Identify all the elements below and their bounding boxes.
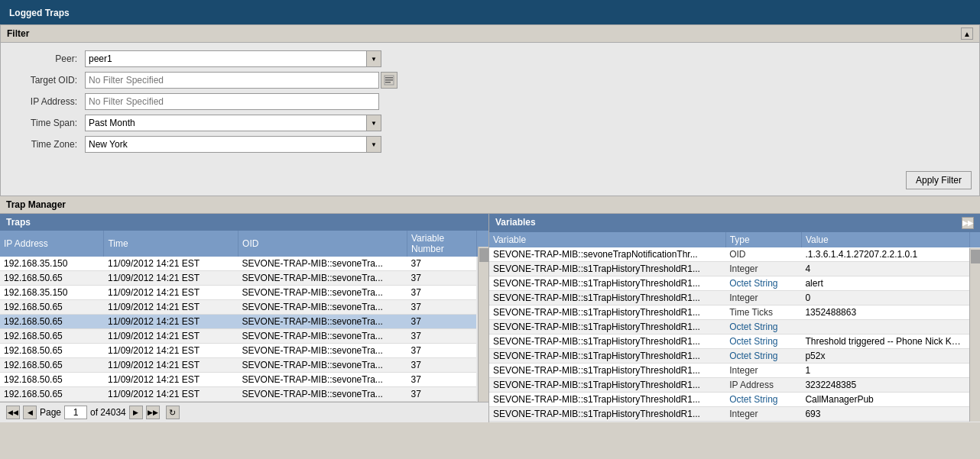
table-row[interactable]: 192.168.50.65 11/09/2012 14:21 EST SEVON… xyxy=(0,344,488,358)
refresh-button[interactable]: ↻ xyxy=(166,406,180,419)
var-variable: SEVONE-TRAP-MIB::s1TrapHistoryThresholdR… xyxy=(489,364,725,378)
page-number-input[interactable]: 1 xyxy=(64,406,87,419)
table-row[interactable]: 192.168.50.65 11/09/2012 14:21 EST SEVON… xyxy=(0,271,488,286)
trap-varnum: 37 xyxy=(407,257,476,271)
time-zone-select[interactable]: New York xyxy=(85,136,381,153)
var-value: alert xyxy=(801,276,969,291)
list-item[interactable]: SEVONE-TRAP-MIB::s1TrapHistoryThresholdR… xyxy=(489,378,980,393)
trap-ip: 192.168.50.65 xyxy=(0,329,104,344)
last-page-button[interactable]: ▶▶ xyxy=(146,406,160,419)
traps-table: IP Address Time OID Variable Number 192.… xyxy=(0,231,488,402)
trap-manager-section: Trap Manager Traps IP Address Time OID V… xyxy=(0,196,980,422)
oid-browse-button[interactable] xyxy=(381,72,398,89)
trap-varnum: 37 xyxy=(407,387,476,402)
pagination: ◀◀ ◀ Page 1 of 24034 ▶ ▶▶ ↻ xyxy=(0,402,488,422)
trap-varnum: 37 xyxy=(407,358,476,373)
table-row[interactable]: 192.168.35.150 11/09/2012 14:21 EST SEVO… xyxy=(0,257,488,271)
prev-page-button[interactable]: ◀ xyxy=(23,406,37,419)
trap-time: 11/09/2012 14:21 EST xyxy=(104,358,239,373)
var-type: IP Address xyxy=(725,378,801,393)
var-variable: SEVONE-TRAP-MIB::s1TrapHistoryThresholdR… xyxy=(489,291,725,305)
trap-varnum: 37 xyxy=(407,300,476,315)
target-oid-row: Target OID: xyxy=(16,72,964,89)
var-type: Octet String xyxy=(725,276,801,291)
table-row[interactable]: 192.168.50.65 11/09/2012 14:21 EST SEVON… xyxy=(0,358,488,373)
filter-section: Filter ▲ Peer: peer1 ▼ Target OID: xyxy=(0,24,980,196)
trap-oid: SEVONE-TRAP-MIB::sevoneTra... xyxy=(239,358,407,373)
ip-address-input[interactable] xyxy=(85,93,379,110)
trap-oid: SEVONE-TRAP-MIB::sevoneTra... xyxy=(239,286,407,300)
list-item[interactable]: SEVONE-TRAP-MIB::s1TrapHistoryThresholdR… xyxy=(489,335,980,349)
var-col-value: Value xyxy=(801,232,969,247)
trap-oid: SEVONE-TRAP-MIB::sevoneTra... xyxy=(239,373,407,387)
trap-oid: SEVONE-TRAP-MIB::sevoneTra... xyxy=(239,271,407,286)
traps-col-time: Time xyxy=(104,231,239,257)
table-row[interactable]: 192.168.50.65 11/09/2012 14:21 EST SEVON… xyxy=(0,329,488,344)
trap-oid: SEVONE-TRAP-MIB::sevoneTra... xyxy=(239,300,407,315)
list-item[interactable]: SEVONE-TRAP-MIB::s1TrapHistoryThresholdR… xyxy=(489,276,980,291)
var-type: OID xyxy=(725,247,801,262)
time-span-row: Time Span: Past Month ▼ xyxy=(16,115,964,131)
ip-address-row: IP Address: xyxy=(16,93,964,110)
trap-manager-header: Trap Manager xyxy=(0,196,980,214)
svg-rect-1 xyxy=(385,77,393,79)
table-row[interactable]: 192.168.50.65 11/09/2012 14:21 EST SEVON… xyxy=(0,373,488,387)
list-item[interactable]: SEVONE-TRAP-MIB::s1TrapHistoryThresholdR… xyxy=(489,305,980,320)
apply-filter-button[interactable]: Apply Filter xyxy=(906,171,972,189)
list-item[interactable]: SEVONE-TRAP-MIB::s1TrapHistoryThresholdR… xyxy=(489,407,980,422)
trap-time: 11/09/2012 14:21 EST xyxy=(104,315,239,329)
trap-ip: 192.168.50.65 xyxy=(0,344,104,358)
trap-ip: 192.168.50.65 xyxy=(0,387,104,402)
variables-scroll-thumb[interactable] xyxy=(971,250,980,263)
variables-table-wrapper: Variable Type Value SEVONE-TRAP-MIB::sev… xyxy=(489,232,980,422)
target-oid-input[interactable] xyxy=(85,72,379,89)
list-item[interactable]: SEVONE-TRAP-MIB::s1TrapHistoryThresholdR… xyxy=(489,291,980,305)
var-value: p52x xyxy=(801,349,969,364)
trap-ip: 192.168.50.65 xyxy=(0,271,104,286)
table-row[interactable]: 192.168.50.65 11/09/2012 14:21 EST SEVON… xyxy=(0,315,488,329)
var-value: 0 xyxy=(801,291,969,305)
first-page-button[interactable]: ◀◀ xyxy=(6,406,20,419)
list-item[interactable]: SEVONE-TRAP-MIB::s1TrapHistoryThresholdR… xyxy=(489,393,980,407)
trap-time: 11/09/2012 14:21 EST xyxy=(104,257,239,271)
table-row[interactable]: 192.168.35.150 11/09/2012 14:21 EST SEVO… xyxy=(0,286,488,300)
filter-collapse-button[interactable]: ▲ xyxy=(961,27,973,40)
var-variable: SEVONE-TRAP-MIB::s1TrapHistoryThresholdR… xyxy=(489,335,725,349)
var-type: Integer xyxy=(725,262,801,276)
list-item[interactable]: SEVONE-TRAP-MIB::sevoneTrapNotificationT… xyxy=(489,247,980,262)
traps-scroll-thumb[interactable] xyxy=(479,248,488,262)
var-variable: SEVONE-TRAP-MIB::s1TrapHistoryThresholdR… xyxy=(489,407,725,422)
trap-oid: SEVONE-TRAP-MIB::sevoneTra... xyxy=(239,315,407,329)
traps-title: Traps xyxy=(0,214,488,231)
page-title: Logged Traps xyxy=(9,8,70,18)
variables-expand-button[interactable]: ▶▶ xyxy=(962,217,974,229)
next-page-button[interactable]: ▶ xyxy=(129,406,143,419)
variables-scrollbar[interactable] xyxy=(969,248,980,422)
list-item[interactable]: SEVONE-TRAP-MIB::s1TrapHistoryThresholdR… xyxy=(489,364,980,378)
traps-table-header: IP Address Time OID Variable Number xyxy=(0,231,488,257)
var-type: Octet String xyxy=(725,335,801,349)
var-value xyxy=(801,320,969,335)
list-item[interactable]: SEVONE-TRAP-MIB::s1TrapHistoryThresholdR… xyxy=(489,320,980,335)
browse-icon xyxy=(384,75,394,86)
trap-time: 11/09/2012 14:21 EST xyxy=(104,286,239,300)
list-item[interactable]: SEVONE-TRAP-MIB::s1TrapHistoryThresholdR… xyxy=(489,262,980,276)
filter-header: Filter ▲ xyxy=(1,25,979,43)
table-row[interactable]: 192.168.50.65 11/09/2012 14:21 EST SEVON… xyxy=(0,300,488,315)
traps-panel: Traps IP Address Time OID Variable Numbe… xyxy=(0,214,489,422)
peer-select[interactable]: peer1 xyxy=(85,50,381,67)
title-bar: Logged Traps xyxy=(0,0,980,24)
var-type: Integer xyxy=(725,291,801,305)
traps-table-body: 192.168.35.150 11/09/2012 14:21 EST SEVO… xyxy=(0,257,488,402)
page-label: Page xyxy=(40,407,61,418)
table-row[interactable]: 192.168.50.65 11/09/2012 14:21 EST SEVON… xyxy=(0,387,488,402)
trap-varnum: 37 xyxy=(407,315,476,329)
var-value: CallManagerPub xyxy=(801,393,969,407)
variables-table-header: Variable Type Value xyxy=(489,232,980,247)
var-variable: SEVONE-TRAP-MIB::s1TrapHistoryThresholdR… xyxy=(489,262,725,276)
traps-scrollbar[interactable] xyxy=(478,247,488,402)
trap-ip: 192.168.50.65 xyxy=(0,315,104,329)
filter-body: Peer: peer1 ▼ Target OID: xyxy=(1,43,979,165)
time-span-select[interactable]: Past Month xyxy=(85,115,381,131)
list-item[interactable]: SEVONE-TRAP-MIB::s1TrapHistoryThresholdR… xyxy=(489,349,980,364)
